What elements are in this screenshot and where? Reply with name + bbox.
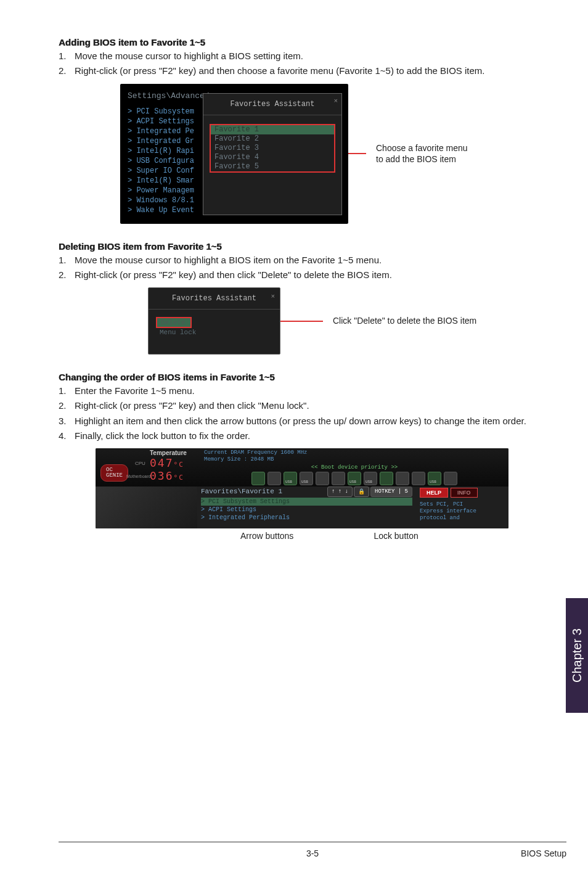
- callout-line: [280, 321, 323, 322]
- figure-caption: Click "Delete" to delete the BIOS item: [333, 315, 476, 326]
- favorite-option: Favorite 1: [211, 125, 334, 134]
- memory-info: Memory Size : 2048 MB: [204, 456, 505, 463]
- arrow-buttons: ↑ ↑ ↓: [327, 487, 353, 497]
- help-button: HELP: [420, 488, 448, 498]
- boot-device-icon: [284, 472, 297, 485]
- bios-menu-item: Intel(R) Smar: [128, 176, 203, 186]
- favorite-option: Favorite 2: [211, 134, 334, 144]
- favorite-item: Integrated Peripherals: [201, 514, 412, 522]
- arrow-buttons-label: Arrow buttons: [240, 531, 293, 541]
- boot-device-icon: [332, 472, 345, 485]
- bios-menu-item: Integrated Pe: [128, 126, 203, 136]
- close-icon: ×: [333, 97, 338, 105]
- bios-menu-item: Integrated Gr: [128, 136, 203, 146]
- list-number: 1.: [59, 50, 75, 62]
- hotkey-label: HOTKEY | 5: [370, 487, 412, 497]
- bios-body-image: [96, 487, 197, 528]
- bios-menu-item: USB Configura: [128, 156, 203, 166]
- step-text: Enter the Favorite 1~5 menu.: [75, 385, 539, 397]
- footer-title: BIOS Setup: [521, 848, 566, 858]
- favorite-option: Favorite 4: [211, 153, 334, 162]
- bios-menu-item: Power Managem: [128, 186, 203, 195]
- lock-button-label: Lock button: [374, 531, 418, 541]
- list-number: 2.: [59, 65, 75, 77]
- mobo-temp-value: 036°C: [150, 469, 187, 482]
- favorite-option: Favorite 5: [211, 162, 334, 171]
- figure-annotations: Arrow buttons Lock button: [96, 531, 539, 541]
- boot-device-icons: [204, 472, 505, 485]
- list-number: 1.: [59, 254, 75, 266]
- list-number: 2.: [59, 269, 75, 281]
- chapter-tab: Chapter 3: [566, 598, 588, 713]
- bios-screenshot-3: Temperature CPU 047°C Motherboard 036°C …: [96, 448, 508, 528]
- boot-device-icon: [364, 472, 377, 485]
- step-text: Right-click (or press "F2" key) and then…: [75, 269, 539, 281]
- popup-header: Favorites Assistant ×: [203, 94, 341, 115]
- boot-device-icon: [444, 472, 457, 485]
- cpu-label: CPU: [135, 461, 145, 466]
- boot-device-icon: [412, 472, 425, 485]
- boot-device-icon: [300, 472, 313, 485]
- favorite-option: Favorite 3: [211, 144, 334, 153]
- bios-screenshot-2: Favorites Assistant × Delete Menu lock: [148, 287, 280, 355]
- popup-header: Favorites Assistant ×: [149, 288, 280, 310]
- temperature-label: Temperature: [150, 450, 187, 456]
- step-text: Right-click (or press "F2" key) and then…: [75, 400, 539, 412]
- page-number: 3-5: [306, 848, 319, 858]
- bios-menu-item: Wake Up Event: [128, 205, 203, 215]
- favorites-assistant-popup: Favorites Assistant × Favorite 1 Favorit…: [203, 93, 342, 215]
- menu-lock-option: Menu lock: [156, 328, 272, 337]
- boot-device-icon: [316, 472, 329, 485]
- favorite-item: PCI Subsystem Settings: [201, 498, 412, 506]
- bios-menu-item: PCI Subsystem: [128, 107, 203, 117]
- step-text: Move the mouse cursor to highlight a BIO…: [75, 50, 539, 62]
- boot-priority-label: << Boot device priority >>: [204, 464, 505, 470]
- lock-button-icon: 🔒: [354, 487, 369, 497]
- list-number: 1.: [59, 385, 75, 397]
- mobo-label: Motherboard: [126, 474, 151, 478]
- bios-screenshot-1: Settings\Advanced PCI Subsystem ACPI Set…: [120, 84, 348, 224]
- boot-device-icon: [396, 472, 409, 485]
- boot-device-icon: [267, 472, 281, 485]
- section3-steps: 1.Enter the Favorite 1~5 menu. 2.Right-c…: [59, 385, 539, 442]
- favorite-item: ACPI Settings: [201, 506, 412, 514]
- bios-menu-item: Windows 8/8.1: [128, 195, 203, 205]
- boot-device-icon: [251, 472, 265, 485]
- list-number: 4.: [59, 430, 75, 442]
- step-text: Move the mouse cursor to highlight a BIO…: [75, 254, 539, 266]
- figure-caption: Choose a favorite menu to add the BIOS i…: [376, 142, 468, 165]
- delete-option: Delete: [156, 317, 192, 328]
- list-number: 3.: [59, 415, 75, 427]
- step-text: Highlight an item and then click the arr…: [75, 415, 539, 427]
- section3-title: Changing the order of BIOS items in Favo…: [59, 372, 539, 382]
- section1-title: Adding BIOS item to Favorite 1~5: [59, 37, 539, 47]
- step-text: Right-click (or press "F2" key) and then…: [75, 65, 539, 77]
- boot-device-icon: [348, 472, 361, 485]
- oc-genie-button: OCGENIE: [100, 464, 128, 482]
- cpu-temp-value: 047°C: [150, 456, 187, 469]
- figure-1: Settings\Advanced PCI Subsystem ACPI Set…: [59, 84, 539, 224]
- help-text: Sets PCI, PCI Express interface protocol…: [420, 501, 505, 522]
- bios-menu-item: ACPI Settings: [128, 117, 203, 126]
- section2-steps: 1.Move the mouse cursor to highlight a B…: [59, 254, 539, 282]
- dram-info: Current DRAM Frequency 1600 MHz: [204, 450, 505, 456]
- page-footer: 3-5 BIOS Setup: [59, 842, 566, 858]
- boot-device-icon: [428, 472, 441, 485]
- callout-line: [348, 153, 366, 154]
- bios-menu-list: PCI Subsystem ACPI Settings Integrated P…: [128, 107, 203, 215]
- bios-menu-item: Super IO Conf: [128, 166, 203, 176]
- info-button: INFO: [451, 488, 478, 498]
- bios-menu-item: Intel(R) Rapi: [128, 146, 203, 156]
- list-number: 2.: [59, 400, 75, 412]
- figure-2: Favorites Assistant × Delete Menu lock C…: [59, 287, 539, 355]
- boot-device-icon: [380, 472, 393, 485]
- favorite-options: Favorite 1 Favorite 2 Favorite 3 Favorit…: [210, 124, 335, 173]
- section1-steps: 1.Move the mouse cursor to highlight a B…: [59, 50, 539, 78]
- close-icon: ×: [271, 293, 275, 300]
- section2-title: Deleting BIOS item from Favorite 1~5: [59, 241, 539, 252]
- step-text: Finally, click the lock button to fix th…: [75, 430, 539, 442]
